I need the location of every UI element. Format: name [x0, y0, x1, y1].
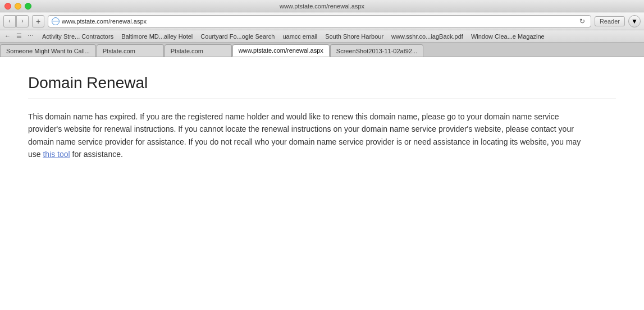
bm-controls: ← ☰ ⋯: [2, 32, 36, 40]
forward-button[interactable]: ›: [16, 15, 29, 27]
tab-screenshot[interactable]: ScreenShot2013-11-02at92...: [330, 44, 423, 57]
toolbar: ‹ › + ↻ Reader ▼: [0, 12, 644, 30]
bookmark-uamcc[interactable]: uamcc email: [278, 30, 321, 43]
close-button[interactable]: [4, 3, 11, 10]
apps-button[interactable]: ⋯: [25, 32, 36, 40]
reader-button[interactable]: Reader: [595, 16, 625, 26]
title-bar-text: www.ptstate.com/renewal.aspx: [280, 3, 364, 10]
maximize-button[interactable]: [25, 3, 31, 10]
bookmark-window-clea[interactable]: Window Clea...e Magazine: [467, 30, 549, 43]
bookmarks-list-button[interactable]: ☰: [14, 32, 24, 40]
bookmark-sshr[interactable]: www.sshr.co...iagBack.pdf: [387, 30, 467, 43]
bookmark-courtyard[interactable]: Courtyard Fo...ogle Search: [197, 30, 278, 43]
page-body: This domain name has expired. If you are…: [28, 110, 590, 161]
back-bm-button[interactable]: ←: [2, 32, 13, 40]
title-bar: www.ptstate.com/renewal.aspx: [0, 0, 644, 12]
tab-ptstate-1[interactable]: Ptstate.com: [97, 44, 164, 57]
bookmark-south-shore[interactable]: South Shore Harbour: [321, 30, 387, 43]
address-bar[interactable]: ↻: [48, 15, 591, 27]
this-tool-link[interactable]: this tool: [43, 150, 70, 159]
back-button[interactable]: ‹: [3, 15, 16, 27]
profile-button[interactable]: ▼: [628, 15, 641, 27]
tab-ptstate-2[interactable]: Ptstate.com: [165, 44, 232, 57]
new-tab-button[interactable]: +: [32, 15, 44, 27]
minimize-button[interactable]: [15, 3, 21, 10]
bookmark-activity[interactable]: Activity Stre... Contractors: [38, 30, 117, 43]
tab-renewal[interactable]: www.ptstate.com/renewal.aspx: [232, 44, 330, 57]
address-input[interactable]: [62, 18, 575, 25]
browser-window: www.ptstate.com/renewal.aspx ‹ › + ↻ Rea…: [0, 0, 644, 310]
page-title: Domain Renewal: [28, 74, 616, 92]
nav-arrows: ‹ ›: [3, 15, 29, 27]
tab-someone[interactable]: Someone Might Want to Call...: [0, 44, 96, 57]
body-text-part2: for assistance.: [70, 150, 123, 159]
security-icon: [52, 17, 60, 25]
tabs-bar: Someone Might Want to Call... Ptstate.co…: [0, 43, 644, 57]
bookmark-baltimore[interactable]: Baltimore MD...alley Hotel: [117, 30, 197, 43]
window-controls: [4, 3, 31, 10]
content-area: Domain Renewal This domain name has expi…: [0, 57, 644, 310]
bookmarks-bar: ← ☰ ⋯ Activity Stre... Contractors Balti…: [0, 30, 644, 43]
reload-button[interactable]: ↻: [577, 17, 587, 25]
divider: [28, 99, 616, 99]
